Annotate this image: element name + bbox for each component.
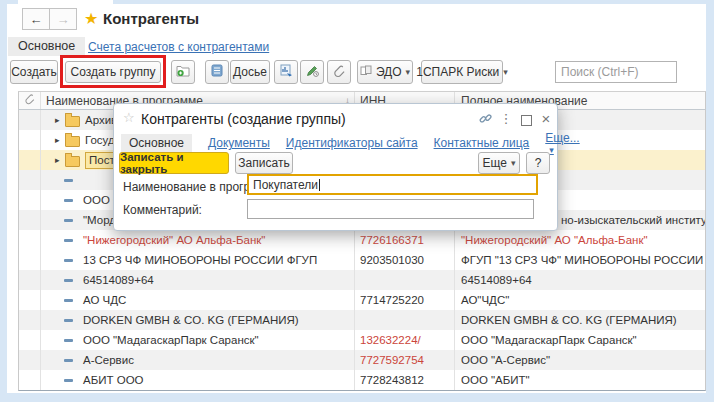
dialog-more-label: Еще: [483, 156, 507, 170]
chevron-down-icon: ▾: [406, 67, 411, 77]
help-label: ?: [535, 156, 542, 170]
create-button[interactable]: Создать: [10, 60, 58, 84]
list-icon: [211, 64, 223, 80]
back-button[interactable]: ←: [22, 8, 50, 30]
folder-icon: [65, 136, 80, 147]
full-name-cell: ООО "АБИТ": [455, 370, 705, 390]
maximize-icon[interactable]: [518, 112, 534, 128]
attachment-cell: [19, 310, 41, 330]
chevron-down-icon: ▾: [503, 67, 508, 77]
item-dash-icon: [64, 179, 73, 182]
dialog-tab-link[interactable]: Документы: [208, 136, 270, 150]
menu-dots-icon[interactable]: ⋮: [498, 110, 514, 126]
name-cell: АО ЧДС: [41, 290, 355, 310]
close-icon[interactable]: ×: [538, 110, 554, 126]
save-and-close-button[interactable]: Записать и закрыть: [119, 152, 229, 174]
name-cell: 64514089+64: [41, 270, 355, 290]
expand-triangle-icon[interactable]: ▸: [55, 115, 63, 125]
inn-cell: 7726166371: [355, 230, 455, 250]
search-input[interactable]: [555, 61, 677, 83]
dialog-more-button[interactable]: Еще ▾: [478, 152, 520, 174]
row-full-name-text: DORKEN GMBH & CO. KG (ГЕРМАНИЯ): [461, 314, 677, 326]
attachments-icon-button[interactable]: [327, 60, 351, 84]
group-name-value: Покупатели: [253, 178, 318, 192]
favorite-star-icon[interactable]: ★: [84, 9, 98, 28]
table-row[interactable]: "Нижегородский" АО Альфа-Банк"7726166371…: [19, 230, 705, 250]
chevron-down-icon: ▾: [511, 158, 516, 168]
item-dash-icon: [64, 279, 73, 282]
full-name-cell: DORKEN GMBH & CO. KG (ГЕРМАНИЯ): [455, 310, 705, 330]
attachment-column-header[interactable]: [19, 92, 41, 109]
item-dash-icon: [64, 239, 73, 242]
inn-cell: 7728243812: [355, 370, 455, 390]
dialog-tab-active[interactable]: Основное: [121, 134, 192, 152]
attachment-cell: [19, 330, 41, 350]
save-label: Записать: [238, 156, 289, 170]
edit-pen-icon-button[interactable]: [300, 60, 324, 84]
full-name-cell: ООО "А-Сервис": [455, 350, 705, 370]
row-full-name-text: но-изыскательский институт": [561, 214, 705, 226]
row-name-text: АО ЧДС: [83, 294, 126, 306]
row-name-text: 13 СРЗ ЧФ МИНОБОРОНЫ РОССИИ ФГУП: [83, 254, 317, 266]
table-row[interactable]: 64514089+6464514089+64: [19, 270, 705, 290]
table-row[interactable]: АО ЧДС7714725220АО"ЧДС": [19, 290, 705, 310]
paperclip-icon: [24, 93, 35, 108]
full-name-cell: "Нижегородский" АО "Альфа-Банк": [455, 230, 705, 250]
comment-input[interactable]: [247, 199, 534, 219]
create-group-dialog: ☆ Контрагенты (создание группы) ⋮ × Осно…: [113, 103, 558, 231]
table-row[interactable]: DORKEN GMBH & CO. KG (ГЕРМАНИЯ)DORKEN GM…: [19, 310, 705, 330]
dialog-tab-link[interactable]: Еще... ▾: [545, 131, 579, 155]
attachment-cell: [19, 370, 41, 390]
text-cursor: [319, 179, 320, 191]
name-cell: А-Сервис: [41, 350, 355, 370]
row-full-name-text: "Нижегородский" АО "Альфа-Банк": [461, 234, 648, 246]
dialog-title: Контрагенты (создание группы): [141, 111, 346, 127]
report-icon-button[interactable]: [274, 60, 298, 84]
attachment-cell: [19, 130, 41, 150]
item-dash-icon: [64, 339, 73, 342]
folder-plus-icon: [176, 64, 190, 80]
row-inn-text: 9203501030: [360, 254, 424, 266]
copy-link-icon[interactable]: [477, 110, 493, 126]
row-inn-text: 7714725220: [360, 294, 424, 306]
row-full-name-text: ООО "А-Сервис": [461, 354, 550, 366]
table-row[interactable]: ООО "МадагаскарПарк Саранск"132632224/ОО…: [19, 330, 705, 350]
forward-button[interactable]: →: [49, 8, 77, 30]
row-full-name-text: ФГУП "13 СРЗ ЧФ" МИНОБОРОНЫ РОССИИ: [461, 254, 703, 266]
full-name-cell: АО"ЧДС": [455, 290, 705, 310]
attachment-cell: [19, 110, 41, 130]
item-dash-icon: [64, 379, 73, 382]
dialog-tab-link[interactable]: Идентификаторы сайта: [286, 136, 418, 150]
expand-triangle-icon[interactable]: ▸: [55, 135, 63, 145]
create-group-button[interactable]: Создать группу: [65, 61, 161, 83]
table-row[interactable]: А-Сервис7727592754ООО "А-Сервис": [19, 350, 705, 370]
row-name-text: А-Сервис: [83, 354, 134, 366]
item-dash-icon: [64, 359, 73, 362]
item-dash-icon: [64, 259, 73, 262]
dossier-button[interactable]: Досье: [230, 60, 270, 84]
edo-icon: [360, 65, 372, 79]
dialog-tab-link[interactable]: Контактные лица: [434, 136, 530, 150]
inn-cell: 7727592754: [355, 350, 455, 370]
edo-dropdown-button[interactable]: ЭДО ▾: [357, 60, 413, 84]
link-settlement-accounts[interactable]: Счета расчетов с контрагентами: [88, 40, 269, 54]
pen-icon: [306, 64, 319, 80]
favorite-star-outline-icon[interactable]: ☆: [123, 110, 135, 125]
table-row[interactable]: 13 СРЗ ЧФ МИНОБОРОНЫ РОССИИ ФГУП92035010…: [19, 250, 705, 270]
row-name-text: 64514089+64: [83, 274, 154, 286]
help-button[interactable]: ?: [526, 152, 550, 174]
row-inn-text: 132632224/: [360, 334, 421, 346]
table-row[interactable]: АБИТ ООО7728243812ООО "АБИТ": [19, 370, 705, 390]
list-view-icon-button[interactable]: [205, 60, 229, 84]
name-cell: 13 СРЗ ЧФ МИНОБОРОНЫ РОССИИ ФГУП: [41, 250, 355, 270]
tab-main[interactable]: Основное: [8, 37, 85, 56]
folder-icon: [65, 116, 80, 127]
save-button[interactable]: Записать: [235, 152, 293, 174]
group-name-input[interactable]: Покупатели: [247, 174, 538, 195]
expand-triangle-icon[interactable]: ▸: [55, 155, 63, 165]
create-group-icon-button[interactable]: [171, 60, 195, 84]
full-name-cell: ООО "МадагаскарПарк Саранск": [455, 330, 705, 350]
attachment-cell: [19, 350, 41, 370]
full-name-cell: ФГУП "13 СРЗ ЧФ" МИНОБОРОНЫ РОССИИ: [455, 250, 705, 270]
spark-dropdown-button[interactable]: 1СПАРК Риски ▾: [421, 60, 503, 84]
